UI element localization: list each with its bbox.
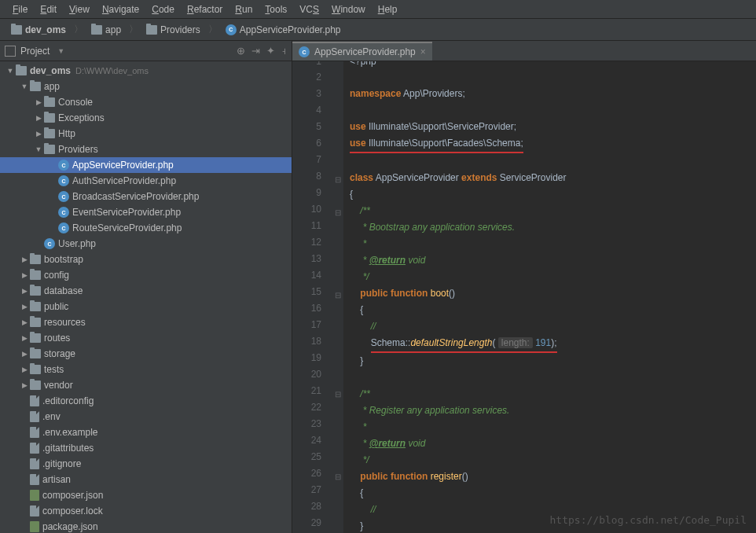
menu-edit[interactable]: Edit (34, 2, 63, 17)
tree-arrow-icon[interactable] (6, 67, 14, 75)
tree-arrow-icon[interactable] (35, 145, 42, 153)
code-line[interactable] (350, 369, 756, 386)
tree-item--gitignore[interactable]: .gitignore (0, 456, 292, 472)
tree-item-artisan[interactable]: artisan (0, 472, 292, 487)
menu-window[interactable]: Window (325, 2, 372, 17)
tree-arrow-icon[interactable] (20, 318, 28, 326)
code-line[interactable]: * Bootstrap any application services. (350, 219, 756, 236)
menu-file[interactable]: File (6, 2, 34, 17)
breadcrumb-item[interactable]: AppServiceProvider.php (221, 23, 346, 37)
dropdown-arrow-icon[interactable]: ▼ (57, 47, 64, 55)
menu-vcs[interactable]: VCS (293, 2, 325, 17)
code-content[interactable]: <?php namespace App\Providers; use Illum… (343, 61, 756, 533)
folder-icon (44, 113, 55, 123)
code-line[interactable]: * @return void (350, 252, 756, 269)
code-line[interactable]: // (350, 318, 756, 335)
code-line[interactable]: { (350, 186, 756, 203)
tree-item-tests[interactable]: tests (0, 362, 292, 377)
tab-appserviceprovider[interactable]: AppServiceProvider.php × (292, 42, 432, 61)
code-line[interactable]: use Illuminate\Support\ServiceProvider; (350, 119, 756, 135)
code-line[interactable] (350, 69, 756, 86)
menu-navigate[interactable]: Navigate (96, 2, 145, 17)
tree-arrow-icon[interactable] (20, 287, 28, 295)
code-line[interactable] (350, 102, 756, 119)
tree-item-vendor[interactable]: vendor (0, 377, 292, 393)
hide-icon[interactable]: ⫞ (281, 45, 287, 57)
tree-item-config[interactable]: config (0, 267, 292, 283)
tree-item-appserviceprovider-php[interactable]: AppServiceProvider.php (0, 157, 292, 173)
breadcrumb-item[interactable]: dev_oms (6, 23, 71, 37)
tree-item-resources[interactable]: resources (0, 314, 292, 330)
code-line[interactable]: * (350, 236, 756, 252)
code-line[interactable]: /** (350, 386, 756, 403)
menu-refactor[interactable]: Refactor (181, 2, 229, 17)
tree-arrow-icon[interactable] (35, 98, 42, 106)
tree-arrow-icon[interactable] (20, 83, 28, 90)
tree-item-eventserviceprovider-php[interactable]: EventServiceProvider.php (0, 204, 292, 220)
breadcrumb-item[interactable]: app (86, 23, 126, 37)
tree-arrow-icon[interactable] (35, 114, 42, 122)
code-line[interactable]: Schema::defaultStringLength( length: 191… (350, 335, 756, 353)
tree-item-public[interactable]: public (0, 299, 292, 314)
gear-icon[interactable]: ✦ (266, 45, 275, 57)
tree-item-storage[interactable]: storage (0, 346, 292, 362)
tree-item--env-example[interactable]: .env.example (0, 425, 292, 440)
code-line[interactable]: namespace App\Providers; (350, 86, 756, 102)
tree-item-composer-lock[interactable]: composer.lock (0, 503, 292, 519)
tree-item-broadcastserviceprovider-php[interactable]: BroadcastServiceProvider.php (0, 189, 292, 204)
tree-arrow-icon[interactable] (20, 334, 28, 342)
tree-item-routeserviceprovider-php[interactable]: RouteServiceProvider.php (0, 220, 292, 236)
tree-arrow-icon[interactable] (20, 303, 28, 311)
tree-arrow-icon[interactable] (20, 366, 28, 373)
tree-item-http[interactable]: Http (0, 126, 292, 142)
code-line[interactable]: public function register() (350, 469, 756, 485)
code-line[interactable]: * Register any application services. (350, 403, 756, 419)
tree-item-bootstrap[interactable]: bootstrap (0, 252, 292, 267)
code-line[interactable]: /** (350, 203, 756, 219)
chevron-right-icon: 〉 (208, 23, 218, 36)
code-line[interactable]: public function boot() (350, 285, 756, 302)
code-line[interactable]: */ (350, 269, 756, 285)
locate-icon[interactable]: ⊕ (237, 45, 245, 57)
menu-tools[interactable]: Tools (259, 2, 293, 17)
tree-item-package-json[interactable]: package.json (0, 519, 292, 533)
tree-item--gitattributes[interactable]: .gitattributes (0, 440, 292, 456)
tree-arrow-icon[interactable] (20, 271, 28, 279)
code-line[interactable]: class AppServiceProvider extends Service… (350, 170, 756, 186)
collapse-icon[interactable]: ⇥ (251, 45, 260, 57)
tree-item-dev-oms[interactable]: dev_omsD:\WWW\dev_oms (0, 63, 292, 79)
code-line[interactable] (350, 153, 756, 170)
tree-item-authserviceprovider-php[interactable]: AuthServiceProvider.php (0, 173, 292, 189)
code-line[interactable]: */ (350, 452, 756, 469)
menu-code[interactable]: Code (145, 2, 181, 17)
code-line[interactable]: use Illuminate\Support\Facades\Schema; (350, 135, 756, 153)
code-line[interactable]: { (350, 302, 756, 318)
tree-item-database[interactable]: database (0, 283, 292, 299)
code-line[interactable]: * @return void (350, 436, 756, 452)
tree-item-app[interactable]: app (0, 79, 292, 94)
tree-item-providers[interactable]: Providers (0, 142, 292, 157)
tree-arrow-icon[interactable] (35, 130, 42, 138)
tree-item--editorconfig[interactable]: .editorconfig (0, 393, 292, 409)
menu-run[interactable]: Run (229, 2, 259, 17)
tree-item--env[interactable]: .env (0, 409, 292, 425)
tree-item-user-php[interactable]: User.php (0, 236, 292, 252)
code-line[interactable]: { (350, 485, 756, 502)
tree-item-routes[interactable]: routes (0, 330, 292, 346)
code-editor[interactable]: 1234567891011121314151617181920212223242… (292, 61, 756, 533)
code-line[interactable]: <?php (350, 61, 756, 69)
tree-arrow-icon[interactable] (20, 350, 28, 358)
code-line[interactable]: } (350, 353, 756, 369)
tree-item-composer-json[interactable]: composer.json (0, 487, 292, 503)
tree-item-exceptions[interactable]: Exceptions (0, 110, 292, 126)
tree-item-console[interactable]: Console (0, 94, 292, 110)
tree-arrow-icon[interactable] (20, 255, 28, 263)
tree-arrow-icon[interactable] (20, 381, 28, 389)
fold-gutter[interactable]: ⊟⊟⊟⊟⊟ (336, 61, 343, 533)
menu-help[interactable]: Help (372, 2, 404, 17)
breadcrumb-item[interactable]: Providers (141, 23, 205, 37)
close-icon[interactable]: × (420, 46, 426, 57)
project-tree[interactable]: dev_omsD:\WWW\dev_omsappConsoleException… (0, 61, 292, 533)
menu-view[interactable]: View (63, 2, 96, 17)
code-line[interactable]: * (350, 419, 756, 436)
